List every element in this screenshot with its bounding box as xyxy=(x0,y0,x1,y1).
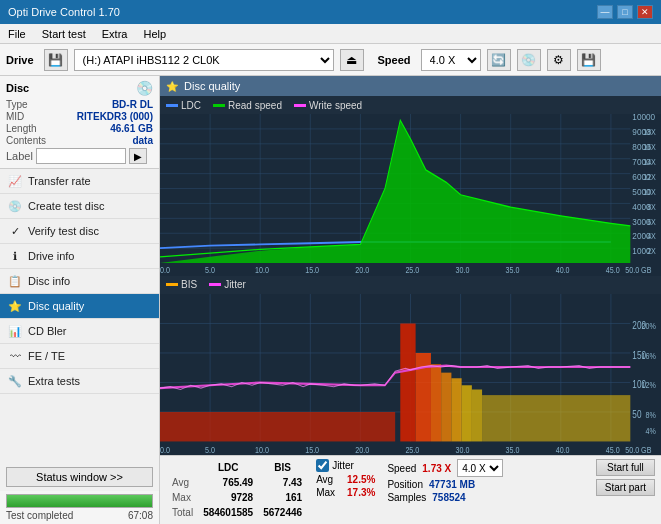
svg-rect-85 xyxy=(400,323,415,441)
nav-drive-info[interactable]: ℹ Drive info xyxy=(0,244,159,269)
maximize-btn[interactable]: □ xyxy=(617,5,633,19)
speed-select[interactable]: 4.0 X xyxy=(421,49,481,71)
refresh-btn[interactable]: 🔄 xyxy=(487,49,511,71)
jitter-section: Jitter Avg 12.5% Max 17.3% xyxy=(316,459,375,498)
svg-text:30.0: 30.0 xyxy=(455,443,469,454)
total-ldc-val: 584601585 xyxy=(199,506,257,519)
jitter-max-val: 17.3% xyxy=(347,487,375,498)
close-btn[interactable]: ✕ xyxy=(637,5,653,19)
svg-text:14X: 14X xyxy=(643,157,656,167)
start-full-btn[interactable]: Start full xyxy=(596,459,655,476)
nav-disc-quality[interactable]: ⭐ Disc quality xyxy=(0,294,159,319)
col-ldc: LDC xyxy=(199,461,257,474)
chart-title: Disc quality xyxy=(184,80,240,92)
read-dot xyxy=(213,104,225,107)
progress-time: 67:08 xyxy=(128,510,153,521)
svg-text:35.0: 35.0 xyxy=(506,443,520,454)
disc-length-key: Length xyxy=(6,123,37,134)
nav-verify-test-label: Verify test disc xyxy=(28,225,99,237)
disc-label-key: Label xyxy=(6,150,33,162)
menu-help[interactable]: Help xyxy=(139,27,170,41)
nav-create-test-disc[interactable]: 💿 Create test disc xyxy=(0,194,159,219)
svg-text:10000: 10000 xyxy=(632,114,655,122)
jitter-dot xyxy=(209,283,221,286)
position-key-label: Position xyxy=(387,479,423,490)
speed-label: Speed xyxy=(378,54,411,66)
legend-bis: BIS xyxy=(166,279,197,290)
nav-transfer-rate[interactable]: 📈 Transfer rate xyxy=(0,169,159,194)
nav-fe-te[interactable]: 〰 FE / TE xyxy=(0,344,159,369)
right-panel: ⭐ Disc quality LDC Read speed Write spee… xyxy=(160,76,661,524)
svg-text:16%: 16% xyxy=(642,349,657,360)
disc-label-btn[interactable]: ▶ xyxy=(129,148,147,164)
jitter-checkbox[interactable] xyxy=(316,459,329,472)
disc-section-label: Disc xyxy=(6,82,29,94)
save-btn[interactable]: 💾 xyxy=(577,49,601,71)
stats-panel: LDC BIS Avg 765.49 7.43 Max 9728 161 Tot… xyxy=(160,455,661,524)
disc-btn[interactable]: 💿 xyxy=(517,49,541,71)
speed-select-stats[interactable]: 4.0 X xyxy=(457,459,503,477)
write-label: Write speed xyxy=(309,100,362,111)
svg-text:16X: 16X xyxy=(643,142,656,152)
drive-select[interactable]: (H:) ATAPI iHBS112 2 CL0K xyxy=(74,49,334,71)
stat-row-max: Max 9728 161 xyxy=(168,491,306,504)
stat-row-total: Total 584601585 5672446 xyxy=(168,506,306,519)
speed-key-label: Speed xyxy=(387,463,416,474)
stats-table: LDC BIS Avg 765.49 7.43 Max 9728 161 Tot… xyxy=(166,459,308,521)
max-ldc-val: 9728 xyxy=(199,491,257,504)
legend-jitter: Jitter xyxy=(209,279,246,290)
extra-tests-icon: 🔧 xyxy=(8,374,22,388)
disc-icon: 💿 xyxy=(136,80,153,96)
svg-rect-89 xyxy=(451,378,461,441)
sidebar: Disc 💿 Type BD-R DL MID RITEKDR3 (000) L… xyxy=(0,76,160,524)
nav-verify-test-disc[interactable]: ✓ Verify test disc xyxy=(0,219,159,244)
svg-text:45.0: 45.0 xyxy=(606,443,620,454)
svg-text:35.0: 35.0 xyxy=(506,265,520,275)
disc-mid-value: RITEKDR3 (000) xyxy=(77,111,153,122)
drive-info-icon: ℹ xyxy=(8,249,22,263)
verify-test-icon: ✓ xyxy=(8,224,22,238)
nav-cd-bler[interactable]: 📊 CD Bler xyxy=(0,319,159,344)
max-label-j: Max xyxy=(316,487,335,498)
chart-titlebar: ⭐ Disc quality xyxy=(160,76,661,96)
disc-info-panel: Disc 💿 Type BD-R DL MID RITEKDR3 (000) L… xyxy=(0,76,159,169)
drive-icon-btn[interactable]: 💾 xyxy=(44,49,68,71)
nav-create-test-label: Create test disc xyxy=(28,200,104,212)
disc-label-input[interactable] xyxy=(36,148,126,164)
app-title: Opti Drive Control 1.70 xyxy=(8,6,120,18)
position-val: 47731 MB xyxy=(429,479,475,490)
avg-label-j: Avg xyxy=(316,474,333,485)
progress-area: Test completed 67:08 xyxy=(0,491,159,524)
minimize-btn[interactable]: — xyxy=(597,5,613,19)
speed-info-section: Speed 1.73 X 4.0 X Position 47731 MB Sam… xyxy=(387,459,503,503)
svg-text:20.0: 20.0 xyxy=(355,265,369,275)
nav-disc-info[interactable]: 📋 Disc info xyxy=(0,269,159,294)
svg-text:15.0: 15.0 xyxy=(305,265,319,275)
menu-start-test[interactable]: Start test xyxy=(38,27,90,41)
jitter-avg-val: 12.5% xyxy=(347,474,375,485)
max-bis-val: 161 xyxy=(259,491,306,504)
nav-cd-bler-label: CD Bler xyxy=(28,325,67,337)
menu-file[interactable]: File xyxy=(4,27,30,41)
legend-write-speed: Write speed xyxy=(294,100,362,111)
svg-rect-90 xyxy=(462,385,472,441)
top-chart-container: 10000 9000 8000 7000 6000 5000 4000 3000… xyxy=(160,114,661,276)
bottom-chart-svg: 200 150 100 50 20% 16% 12% 8% 4% 0.0 5.0… xyxy=(160,294,661,456)
nav-extra-tests[interactable]: 🔧 Extra tests xyxy=(0,369,159,394)
read-label: Read speed xyxy=(228,100,282,111)
total-bis-val: 5672446 xyxy=(259,506,306,519)
svg-text:5.0: 5.0 xyxy=(205,443,215,454)
eject-btn[interactable]: ⏏ xyxy=(340,49,364,71)
settings-btn[interactable]: ⚙ xyxy=(547,49,571,71)
svg-text:2X: 2X xyxy=(647,247,656,257)
status-window-btn[interactable]: Status window >> xyxy=(6,467,153,487)
menu-extra[interactable]: Extra xyxy=(98,27,132,41)
svg-text:25.0: 25.0 xyxy=(405,265,419,275)
start-part-btn[interactable]: Start part xyxy=(596,479,655,496)
svg-text:18X: 18X xyxy=(643,127,656,137)
main-content: Disc 💿 Type BD-R DL MID RITEKDR3 (000) L… xyxy=(0,76,661,524)
stat-row-avg: Avg 765.49 7.43 xyxy=(168,476,306,489)
svg-text:20.0: 20.0 xyxy=(355,443,369,454)
disc-info-icon: 📋 xyxy=(8,274,22,288)
svg-text:8X: 8X xyxy=(647,202,656,212)
